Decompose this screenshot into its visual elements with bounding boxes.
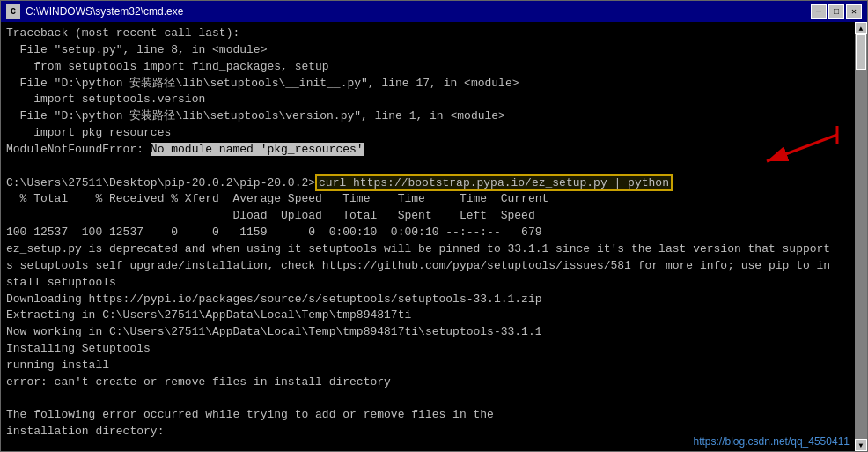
scrollbar-track[interactable] [855, 34, 867, 439]
error-highlight: No module named 'pkg_resources' [151, 143, 364, 156]
line-17: Downloading https://pypi.io/packages/sou… [6, 292, 862, 308]
scrollbar-thumb[interactable] [856, 34, 866, 70]
scroll-up-button[interactable]: ▲ [855, 22, 867, 34]
scroll-down-button[interactable]: ▼ [855, 439, 867, 451]
console-output: Traceback (most recent call last): File … [1, 22, 867, 451]
console-content: Traceback (most recent call last): File … [1, 22, 867, 451]
line-13: 100 12537 100 12537 0 0 1159 0 0:00:10 0… [6, 225, 862, 241]
minimize-button[interactable]: ─ [811, 4, 827, 19]
line-7: import pkg_resources [6, 125, 862, 142]
line-6: File "D:\python 安装路径\lib\setuptools\vers… [6, 108, 862, 125]
cmd-window: C C:\WINDOWS\system32\cmd.exe ─ □ ✕ Trac… [0, 0, 868, 452]
cmd-highlight: curl https://bootstrap.pypa.io/ez_setup.… [315, 174, 673, 191]
line-16: stall setuptools [6, 275, 862, 292]
line-2: File "setup.py", line 8, in <module> [6, 42, 862, 59]
title-bar-left: C C:\WINDOWS\system32\cmd.exe [6, 4, 183, 19]
line-5: import setuptools.version [6, 92, 862, 108]
maximize-button[interactable]: □ [828, 4, 844, 19]
line-18: Extracting in C:\Users\27511\AppData\Loc… [6, 308, 862, 324]
line-11: % Total % Received % Xferd Average Speed… [6, 191, 862, 208]
line-1: Traceback (most recent call last): [6, 26, 862, 42]
line-15: s setuptools self upgrade/installation, … [6, 258, 862, 275]
title-bar: C C:\WINDOWS\system32\cmd.exe ─ □ ✕ [1, 1, 867, 22]
line-19: Now working in C:\Users\27511\AppData\Lo… [6, 324, 862, 341]
title-buttons: ─ □ ✕ [811, 4, 862, 19]
line-23 [6, 391, 862, 408]
line-21: running install [6, 358, 862, 374]
cmd-icon: C [6, 4, 20, 19]
scrollbar[interactable]: ▲ ▼ [855, 22, 867, 451]
line-24: The following error occurred while tryin… [6, 407, 862, 424]
close-button[interactable]: ✕ [846, 4, 862, 19]
line-9 [6, 159, 862, 175]
line-8: ModuleNotFoundError: No module named 'pk… [6, 142, 862, 159]
line-14: ez_setup.py is deprecated and when using… [6, 241, 862, 258]
watermark: https://blog.csdn.net/qq_4550411 [694, 435, 850, 448]
line-10: C:\Users\27511\Desktop\pip-20.0.2\pip-20… [6, 175, 862, 192]
window-title: C:\WINDOWS\system32\cmd.exe [26, 5, 183, 18]
line-4: File "D:\python 安装路径\lib\setuptools\__in… [6, 76, 862, 93]
line-3: from setuptools import find_packages, se… [6, 59, 862, 76]
line-12: Dload Upload Total Spent Left Speed [6, 208, 862, 225]
line-20: Installing Setuptools [6, 341, 862, 358]
line-22: error: can't create or remove files in i… [6, 374, 862, 391]
